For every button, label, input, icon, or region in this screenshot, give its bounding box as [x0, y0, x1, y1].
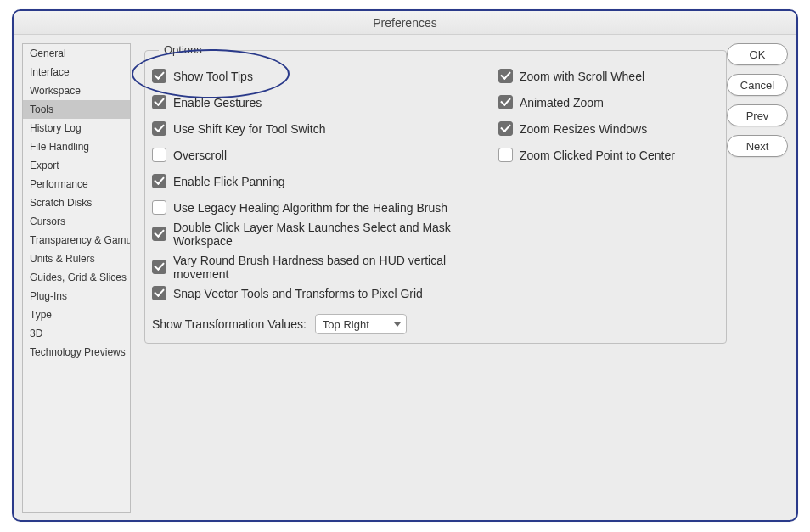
preferences-window: Preferences GeneralInterfaceWorkspaceToo…	[12, 9, 798, 522]
option-label-enable_gestures: Enable Gestures	[173, 96, 262, 109]
option-row-enable_gestures: Enable Gestures	[152, 89, 498, 115]
option-label-zoom_resizes_windows: Zoom Resizes Windows	[520, 122, 647, 136]
sidebar: GeneralInterfaceWorkspaceToolsHistory Lo…	[22, 43, 131, 513]
checkbox-zoom_resizes_windows[interactable]	[498, 121, 513, 136]
options-panel: Options Show Tool TipsEnable GesturesUse…	[144, 50, 727, 344]
option-label-animated_zoom: Animated Zoom	[520, 96, 604, 109]
options-column-right: Zoom with Scroll WheelAnimated ZoomZoom …	[498, 63, 717, 306]
transform-values-row: Show Transformation Values: Top Right	[145, 311, 407, 334]
sidebar-item-workspace[interactable]: Workspace	[23, 81, 130, 100]
sidebar-item-guides-grid-slices[interactable]: Guides, Grid & Slices	[23, 268, 130, 287]
checkbox-zoom_click_center[interactable]	[498, 148, 513, 162]
option-label-legacy_healing: Use Legacy Healing Algorithm for the Hea…	[173, 201, 447, 215]
sidebar-item-type[interactable]: Type	[23, 305, 130, 324]
option-row-zoom_scroll_wheel: Zoom with Scroll Wheel	[498, 63, 717, 89]
option-label-snap_vector: Snap Vector Tools and Transforms to Pixe…	[173, 287, 423, 300]
option-row-vary_brush_hardness: Vary Round Brush Hardness based on HUD v…	[152, 254, 498, 280]
sidebar-item-scratch-disks[interactable]: Scratch Disks	[23, 193, 130, 212]
option-label-zoom_click_center: Zoom Clicked Point to Center	[520, 148, 675, 162]
panel-title: Options	[159, 43, 207, 56]
option-row-legacy_healing: Use Legacy Healing Algorithm for the Hea…	[152, 194, 498, 221]
cancel-button[interactable]: Cancel	[727, 74, 788, 96]
option-row-overscroll: Overscroll	[152, 142, 498, 168]
sidebar-item-interface[interactable]: Interface	[23, 63, 130, 81]
checkbox-flick_panning[interactable]	[152, 174, 166, 188]
prev-button[interactable]: Prev	[727, 104, 788, 126]
sidebar-item-3d[interactable]: 3D	[23, 324, 130, 343]
chevron-down-icon	[394, 322, 401, 327]
main-area: Options Show Tool TipsEnable GesturesUse…	[139, 43, 788, 513]
dialog-buttons: OK Cancel Prev Next	[727, 43, 788, 157]
option-label-zoom_scroll_wheel: Zoom with Scroll Wheel	[520, 70, 644, 83]
checkbox-legacy_healing[interactable]	[152, 200, 166, 215]
option-row-show_tooltips: Show Tool Tips	[152, 63, 498, 89]
option-label-show_tooltips: Show Tool Tips	[173, 70, 253, 83]
option-row-flick_panning: Enable Flick Panning	[152, 168, 498, 194]
sidebar-item-plug-ins[interactable]: Plug-Ins	[23, 287, 130, 305]
options-columns: Show Tool TipsEnable GesturesUse Shift K…	[145, 51, 726, 313]
option-row-zoom_click_center: Zoom Clicked Point to Center	[498, 142, 717, 168]
transform-values-label: Show Transformation Values:	[152, 317, 307, 331]
checkbox-animated_zoom[interactable]	[498, 95, 513, 109]
sidebar-item-history-log[interactable]: History Log	[23, 119, 130, 137]
option-label-overscroll: Overscroll	[173, 148, 227, 162]
option-row-snap_vector: Snap Vector Tools and Transforms to Pixe…	[152, 280, 498, 306]
option-label-flick_panning: Enable Flick Panning	[173, 175, 285, 188]
checkbox-overscroll[interactable]	[152, 148, 166, 162]
transform-values-value: Top Right	[323, 318, 369, 331]
ok-button[interactable]: OK	[727, 43, 788, 65]
option-label-vary_brush_hardness: Vary Round Brush Hardness based on HUD v…	[173, 254, 498, 281]
checkbox-vary_brush_hardness[interactable]	[152, 260, 166, 274]
option-row-zoom_resizes_windows: Zoom Resizes Windows	[498, 115, 717, 142]
window-title: Preferences	[14, 11, 796, 35]
option-row-dbl_click_layer_mask: Double Click Layer Mask Launches Select …	[152, 221, 498, 247]
sidebar-item-technology-previews[interactable]: Technology Previews	[23, 343, 130, 361]
sidebar-item-tools[interactable]: Tools	[23, 100, 130, 119]
window-body: GeneralInterfaceWorkspaceToolsHistory Lo…	[22, 43, 788, 513]
next-button[interactable]: Next	[727, 135, 788, 157]
sidebar-item-units-rulers[interactable]: Units & Rulers	[23, 249, 130, 268]
checkbox-dbl_click_layer_mask[interactable]	[152, 227, 166, 241]
sidebar-item-performance[interactable]: Performance	[23, 175, 130, 193]
sidebar-item-export[interactable]: Export	[23, 156, 130, 175]
checkbox-show_tooltips[interactable]	[152, 69, 166, 83]
sidebar-item-file-handling[interactable]: File Handling	[23, 137, 130, 156]
sidebar-item-transparency-gamut[interactable]: Transparency & Gamut	[23, 231, 130, 249]
option-label-dbl_click_layer_mask: Double Click Layer Mask Launches Select …	[173, 221, 498, 248]
checkbox-snap_vector[interactable]	[152, 286, 166, 300]
sidebar-item-cursors[interactable]: Cursors	[23, 212, 130, 231]
transform-values-select[interactable]: Top Right	[315, 314, 407, 334]
sidebar-item-general[interactable]: General	[23, 44, 130, 63]
option-label-shift_tool_switch: Use Shift Key for Tool Switch	[173, 122, 325, 136]
option-row-shift_tool_switch: Use Shift Key for Tool Switch	[152, 115, 498, 142]
checkbox-zoom_scroll_wheel[interactable]	[498, 69, 513, 83]
checkbox-shift_tool_switch[interactable]	[152, 121, 166, 136]
options-column-left: Show Tool TipsEnable GesturesUse Shift K…	[152, 63, 498, 306]
checkbox-enable_gestures[interactable]	[152, 95, 166, 109]
option-row-animated_zoom: Animated Zoom	[498, 89, 717, 115]
